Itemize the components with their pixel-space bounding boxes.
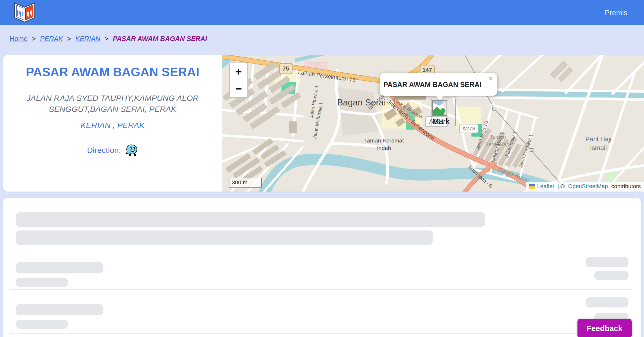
- popup-title: PASAR AWAM BAGAN SERAI: [380, 80, 485, 89]
- nav-premis-link[interactable]: Premis: [605, 9, 627, 17]
- breadcrumb-home-link[interactable]: Home: [10, 35, 28, 43]
- divider: [10, 333, 632, 334]
- ukraine-flag-icon: [529, 184, 535, 189]
- page-title: PASAR AWAM BAGAN SERAI: [3, 65, 222, 79]
- feedback-button[interactable]: Feedback: [577, 319, 632, 337]
- place-address: JALAN RAJA SYED TAUPHY,KAMPUNG ALOR SENG…: [26, 93, 199, 115]
- leaflet-link[interactable]: Leaflet: [537, 183, 554, 189]
- breadcrumb-current: PASAR AWAM BAGAN SERAI: [113, 35, 207, 43]
- map-marker[interactable]: Mark: [431, 99, 456, 126]
- skeleton-bar: [16, 320, 68, 329]
- zoom-in-button[interactable]: +: [230, 63, 247, 80]
- attribution-separator: | ©: [556, 183, 566, 189]
- top-navbar: Premis: [0, 0, 644, 25]
- route-shield-75: 75: [279, 63, 292, 74]
- divider: [10, 289, 632, 290]
- skeleton-bar: [16, 262, 103, 273]
- direction-row: Direction:: [3, 144, 222, 157]
- map-label-keramat-2: Indah: [377, 145, 391, 151]
- openstreetmap-link[interactable]: OpenStreetMap: [568, 183, 608, 189]
- skeleton-bar: [586, 257, 628, 267]
- waze-icon[interactable]: [125, 144, 138, 157]
- details-card-loading: [3, 198, 641, 337]
- breadcrumb-separator: >: [105, 35, 109, 43]
- breadcrumb-kerian-link[interactable]: KERIAN: [75, 35, 100, 43]
- page: Premis Home > PERAK > KERIAN > PASAR AWA…: [0, 0, 644, 337]
- breadcrumb-separator: >: [32, 35, 36, 43]
- skeleton-bar: [586, 297, 628, 307]
- route-shield-a278: A278: [459, 124, 478, 133]
- skeleton-bar: [16, 230, 433, 245]
- skeleton-bar: [594, 271, 628, 280]
- direction-label: Direction:: [87, 146, 121, 155]
- brand-logo[interactable]: [14, 2, 35, 24]
- breadcrumb-perak-link[interactable]: PERAK: [40, 35, 63, 43]
- breadcrumb-separator: >: [67, 35, 71, 43]
- zoom-out-button[interactable]: −: [230, 80, 247, 97]
- map-scale-bar: 300 m: [229, 178, 262, 188]
- place-info-panel: PASAR AWAM BAGAN SERAI JALAN RAJA SYED T…: [3, 55, 222, 192]
- map-label-keramat-1: Taman Keramat: [364, 137, 404, 144]
- leaflet-map[interactable]: Bagan Serai Laluan Persekutuan 75 Jalan …: [222, 55, 644, 192]
- map-label-parit-1: Parit Haji: [585, 135, 611, 143]
- skeleton-bar: [16, 278, 68, 287]
- place-card: PASAR AWAM BAGAN SERAI JALAN RAJA SYED T…: [3, 55, 644, 192]
- map-label-parit-2: Ismail: [590, 144, 607, 151]
- popup-close-icon[interactable]: ×: [489, 75, 493, 83]
- breadcrumb: Home > PERAK > KERIAN > PASAR AWAM BAGAN…: [10, 35, 207, 43]
- skeleton-bar: [16, 212, 485, 227]
- marker-alt-text: Mark: [432, 117, 455, 126]
- skeleton-bar: [16, 304, 103, 315]
- broken-image-icon: [432, 100, 447, 116]
- map-zoom-control: + −: [229, 63, 248, 98]
- map-attribution: Leaflet | © OpenStreetMap contributors: [526, 182, 644, 192]
- place-district-state: KERIAN , PERAK: [3, 121, 222, 130]
- attribution-suffix: contributors: [610, 183, 641, 189]
- map-popup: PASAR AWAM BAGAN SERAI ×: [380, 73, 497, 96]
- open-book-logo-icon: [14, 2, 35, 23]
